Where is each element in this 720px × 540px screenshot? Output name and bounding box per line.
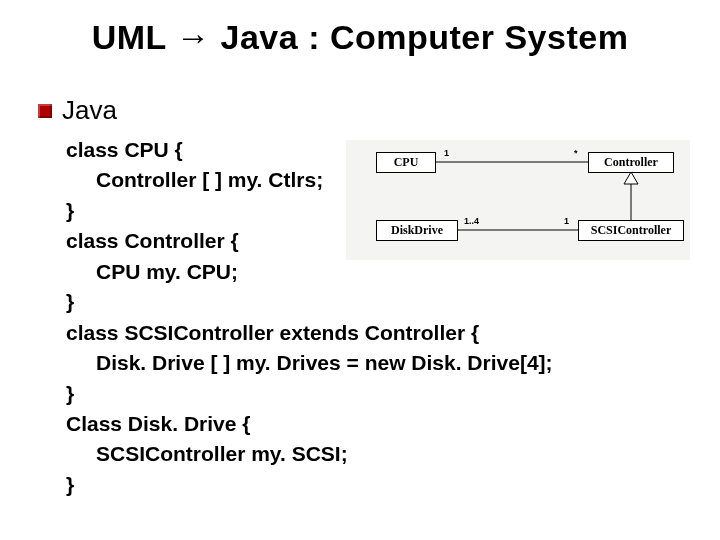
- code-indent: Controller [ ] my. Ctlrs;: [66, 165, 323, 195]
- bullet-icon: [38, 104, 52, 118]
- uml-mult: 1: [444, 148, 449, 158]
- uml-diagram: CPU Controller DiskDrive SCSIController …: [346, 140, 690, 260]
- uml-class-cpu: CPU: [376, 152, 436, 173]
- code-line: }: [66, 470, 553, 500]
- uml-class-diskdrive: DiskDrive: [376, 220, 458, 241]
- code-indent: SCSIController my. SCSI;: [66, 439, 348, 469]
- bullet-row: Java: [38, 95, 117, 126]
- code-line: }: [66, 379, 553, 409]
- bullet-text: Java: [62, 95, 117, 126]
- code-line: SCSIController my. SCSI;: [66, 439, 553, 469]
- uml-mult: 1: [564, 216, 569, 226]
- uml-mult: *: [574, 148, 578, 158]
- code-line: }: [66, 287, 553, 317]
- code-line: Class Disk. Drive {: [66, 409, 553, 439]
- uml-mult: 1..4: [464, 216, 479, 226]
- slide: UML → Java : Computer System Java class …: [0, 0, 720, 540]
- code-line: Disk. Drive [ ] my. Drives = new Disk. D…: [66, 348, 553, 378]
- code-indent: CPU my. CPU;: [66, 257, 238, 287]
- code-indent: Disk. Drive [ ] my. Drives = new Disk. D…: [66, 348, 553, 378]
- slide-title: UML → Java : Computer System: [0, 18, 720, 57]
- uml-class-scsicontroller: SCSIController: [578, 220, 684, 241]
- uml-class-controller: Controller: [588, 152, 674, 173]
- code-line: class SCSIController extends Controller …: [66, 318, 553, 348]
- svg-marker-3: [624, 172, 638, 184]
- code-line: CPU my. CPU;: [66, 257, 553, 287]
